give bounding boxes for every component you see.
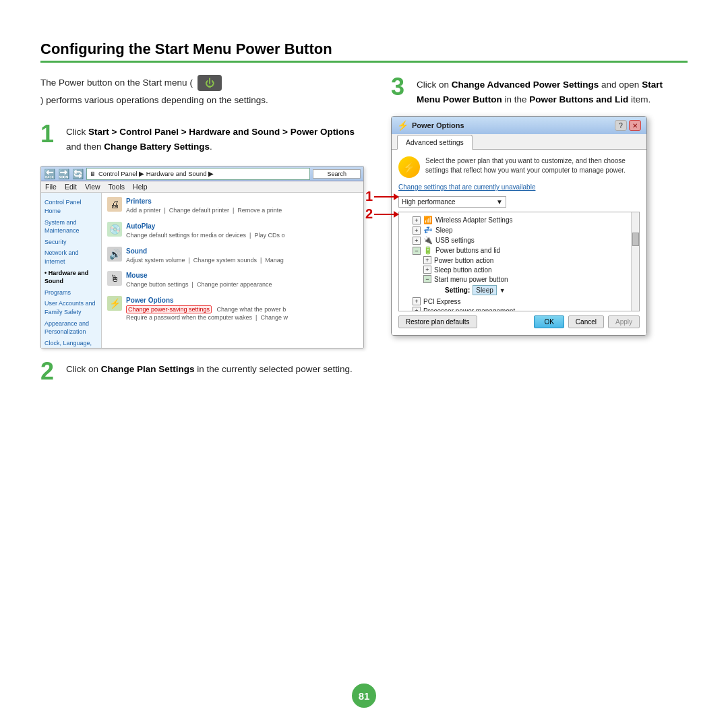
sidebar-item: Programs [44, 287, 98, 299]
tree-item-usb: + 🔌 USB settings [402, 235, 636, 245]
sidebar-item-hardware: Hardware and Sound [44, 268, 98, 287]
arrow-2-label: 2 [365, 206, 373, 222]
tree-item-wireless: + 📶 Wireless Adapter Settings [402, 215, 636, 225]
step-3-block: 3 Click on Change Advanced Power Setting… [391, 75, 688, 107]
sidebar-item: System and Maintenance [44, 217, 98, 237]
po-info-icon: ⚡ [398, 156, 420, 178]
cp-main: 🖨 Printers Add a printer | Change defaul… [102, 193, 363, 348]
power-options-area: 1 2 ⚡ Power [391, 116, 688, 336]
step-3-text: Click on Change Advanced Power Settings … [417, 75, 688, 107]
po-plan-dropdown[interactable]: High performance ▼ [398, 196, 506, 208]
step-3-number: 3 [391, 75, 410, 99]
setting-row-sleep: Setting: Sleep ▼ [402, 285, 636, 295]
arrow-1-container: 1 [365, 189, 398, 204]
arrow-2-head [394, 211, 399, 218]
step-2-text: Click on Change Plan Settings in the cur… [66, 359, 353, 377]
power-options-dialog: ⚡ Power Options ? ✕ Advanced settings [391, 116, 647, 336]
sidebar-item: Appearance and Personalization [44, 318, 98, 338]
tree-item-power-buttons: − 🔋 Power buttons and lid [402, 245, 636, 255]
cp-item-sound: 🔊 Sound Adjust system volume | Change sy… [107, 247, 358, 265]
po-tree: + 📶 Wireless Adapter Settings + 💤 Sleep [398, 212, 640, 311]
step-1-block: 1 Click Start > Control Panel > Hardware… [40, 122, 364, 154]
arrow-1-head [394, 193, 399, 200]
po-dropdown-row: High performance ▼ [398, 196, 640, 208]
step-2-number: 2 [40, 359, 59, 384]
power-button-icon [198, 75, 222, 91]
apply-button[interactable]: Apply [608, 315, 640, 328]
step-1-number: 1 [40, 122, 59, 146]
sidebar-item: Network and Internet [44, 247, 98, 267]
tree-item-processor: + Processor power management [402, 306, 636, 311]
change-power-saving-highlight: Change power-saving settings [126, 305, 212, 313]
intro-text: The Power button on the Start menu ( ) p… [40, 75, 364, 107]
tree-item-sleep-action: + Sleep button action [402, 265, 636, 274]
tab-advanced-settings[interactable]: Advanced settings [397, 135, 473, 150]
po-tabs: Advanced settings [392, 134, 646, 150]
sidebar-item: User Accounts and Family Safety [44, 298, 98, 317]
cp-titlebar: 🔙 🔜 🔄 🖥 Control Panel ▶ Hardware and Sou… [41, 166, 363, 181]
cp-toolbar: File Edit View Tools Help [41, 181, 363, 193]
page-number: 81 [352, 684, 376, 708]
arrow-1-label: 1 [365, 189, 373, 204]
po-scrollbar-thumb[interactable] [632, 233, 639, 246]
step-1-text: Click Start > Control Panel > Hardware a… [66, 122, 364, 154]
help-button[interactable]: ? [615, 120, 627, 131]
tree-item-start-menu-power: − Start menu power button [402, 274, 636, 284]
close-button[interactable]: ✕ [629, 120, 641, 131]
cp-item-printers: 🖨 Printers Add a printer | Change defaul… [107, 197, 358, 215]
po-settings-link[interactable]: Change settings that are currently unava… [398, 183, 640, 191]
tree-item-pci: + PCI Express [402, 297, 636, 306]
po-titlebar: ⚡ Power Options ? ✕ [392, 117, 646, 134]
po-info-row: ⚡ Select the power plan that you want to… [398, 156, 640, 178]
cp-item-power: ⚡ Power Options Change power-saving sett… [107, 296, 358, 322]
po-info-text: Select the power plan that you want to c… [425, 156, 640, 178]
arrow-2-line [374, 214, 398, 215]
po-titlebar-controls: ? ✕ [615, 120, 641, 131]
tree-item-power-action: + Power button action [402, 255, 636, 265]
po-scrollbar[interactable] [631, 212, 639, 311]
ok-button[interactable]: OK [534, 315, 564, 328]
control-panel-screenshot: 🔙 🔜 🔄 🖥 Control Panel ▶ Hardware and Sou… [40, 166, 364, 348]
cancel-button[interactable]: Cancel [568, 315, 604, 328]
sidebar-item: Control Panel Home [44, 197, 98, 216]
arrow-2-container: 2 [365, 206, 398, 222]
page-title: Configuring the Start Menu Power Button [40, 40, 688, 63]
sidebar-item: Security [44, 237, 98, 248]
cp-body: Control Panel Home System and Maintenanc… [41, 193, 363, 348]
page-number-container: 81 [352, 684, 376, 708]
cp-item-mouse: 🖱 Mouse Change button settings | Change … [107, 271, 358, 289]
arrow-1-line [374, 196, 398, 198]
po-titlebar-title: ⚡ Power Options [397, 120, 464, 131]
sidebar-item: Clock, Language, and Region [44, 338, 98, 349]
cp-address-bar: 🖥 Control Panel ▶ Hardware and Sound ▶ [86, 168, 310, 180]
cp-item-autoplay: 💿 AutoPlay Change default settings for m… [107, 222, 358, 240]
po-body: ⚡ Select the power plan that you want to… [392, 150, 646, 335]
step-2-block: 2 Click on Change Plan Settings in the c… [40, 359, 364, 384]
restore-plan-defaults-button[interactable]: Restore plan defaults [398, 315, 477, 328]
cp-sidebar: Control Panel Home System and Maintenanc… [41, 193, 102, 348]
po-action-buttons: OK Cancel Apply [534, 315, 640, 328]
tree-item-sleep: + 💤 Sleep [402, 225, 636, 235]
po-footer: Restore plan defaults OK Cancel Apply [398, 315, 640, 328]
